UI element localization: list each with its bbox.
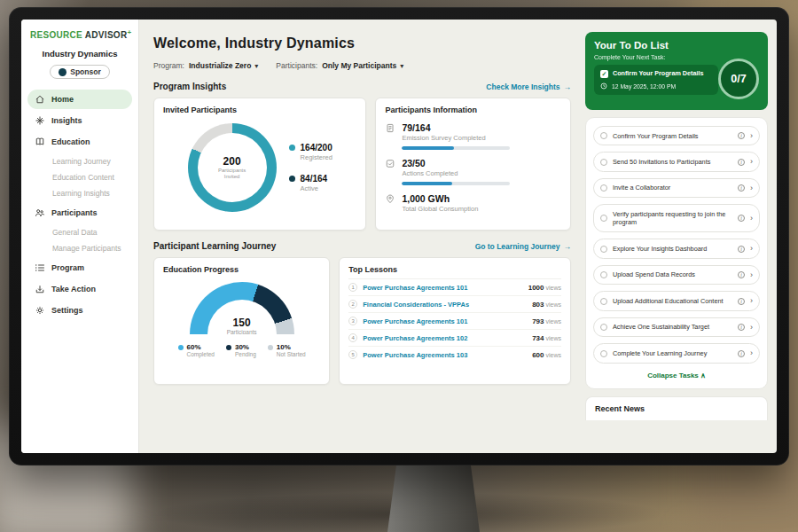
sponsor-badge[interactable]: Sponsor bbox=[50, 65, 109, 79]
consumption-value: 1,000 GWh bbox=[402, 193, 478, 204]
task-row-upload-spend-data[interactable]: Upload Spend Data Records i › bbox=[593, 265, 760, 285]
task-list-card: Confirm Your Program Details i › Send 50… bbox=[585, 117, 768, 389]
lesson-row[interactable]: 3 Power Purchase Agreements 101 793views bbox=[348, 313, 561, 330]
insights-cards-row: Invited Participants 200 Participants In… bbox=[153, 98, 571, 231]
active-dot-icon bbox=[289, 176, 295, 182]
sidebar-item-learning-insights[interactable]: Learning Insights bbox=[27, 185, 132, 201]
info-icon: i bbox=[738, 324, 745, 331]
task-radio[interactable] bbox=[600, 271, 607, 278]
location-pin-icon bbox=[385, 193, 395, 205]
sidebar-item-general-data[interactable]: General Data bbox=[27, 224, 132, 240]
sidebar-item-label: Insights bbox=[51, 116, 82, 125]
lesson-link[interactable]: Power Purchase Agreements 101 bbox=[363, 317, 527, 325]
task-label: Upload Spend Data Records bbox=[613, 270, 732, 278]
lesson-row[interactable]: 5 Power Purchase Agreements 103 600views bbox=[348, 347, 561, 363]
go-to-learning-journey-link[interactable]: Go to Learning Journey → bbox=[475, 242, 571, 251]
clipboard-icon bbox=[385, 122, 395, 134]
invited-donut-center: 200 Participants Invited bbox=[198, 133, 267, 202]
consumption-label: Total Global Consumption bbox=[402, 205, 478, 213]
info-icon: i bbox=[738, 350, 745, 357]
task-row-explore-insights[interactable]: Explore Your Insights Dashboard i › bbox=[593, 239, 760, 258]
task-radio[interactable] bbox=[600, 350, 607, 357]
checkbox-checked-icon[interactable]: ✓ bbox=[600, 70, 608, 78]
task-row-invite-collaborator[interactable]: Invite a Collaborator i › bbox=[593, 178, 760, 198]
task-row-send-invitations[interactable]: Send 50 Invitations to Participants i › bbox=[593, 152, 760, 171]
learning-journey-title: Participant Learning Journey bbox=[153, 241, 276, 251]
sidebar-item-education-content[interactable]: Education Content bbox=[27, 169, 132, 185]
lesson-row[interactable]: 4 Power Purchase Agreements 102 734views bbox=[348, 330, 561, 347]
sidebar-item-take-action[interactable]: Take Action bbox=[27, 279, 132, 299]
task-row-complete-learning-journey[interactable]: Complete Your Learning Journey i › bbox=[593, 343, 760, 363]
lesson-views-count: 1000 bbox=[528, 284, 544, 292]
actions-completed-label: Actions Completed bbox=[402, 169, 510, 177]
sidebar-item-learning-journey[interactable]: Learning Journey bbox=[27, 153, 132, 169]
sidebar-item-manage-participants[interactable]: Manage Participants bbox=[27, 240, 132, 256]
lesson-rank: 5 bbox=[348, 350, 357, 359]
check-more-insights-link[interactable]: Check More Insights → bbox=[486, 82, 571, 91]
participants-filter-dropdown[interactable]: Participants: Only My Participants ▾ bbox=[276, 61, 403, 70]
task-radio[interactable] bbox=[600, 298, 607, 305]
logo-plus: + bbox=[127, 28, 131, 36]
sidebar-item-program[interactable]: Program bbox=[27, 258, 132, 278]
registered-dot-icon bbox=[289, 145, 295, 151]
info-icon: i bbox=[738, 184, 745, 192]
task-radio[interactable] bbox=[600, 159, 607, 166]
logo-advisor: ADVISOR bbox=[85, 30, 128, 40]
chevron-down-icon: ▾ bbox=[254, 62, 258, 70]
completed-dot-icon bbox=[178, 345, 184, 350]
sidebar: RESOURCE ADVISOR+ Industry Dynamics Spon… bbox=[21, 20, 139, 453]
task-radio[interactable] bbox=[600, 132, 607, 139]
task-radio[interactable] bbox=[600, 215, 607, 222]
top-lessons-title: Top Lessons bbox=[348, 265, 561, 279]
lesson-views-label: views bbox=[545, 301, 561, 308]
task-label: Complete Your Learning Journey bbox=[613, 349, 732, 357]
collapse-tasks-button[interactable]: Collapse Tasks ∧ bbox=[593, 370, 760, 386]
program-insights-header: Program Insights Check More Insights → bbox=[153, 82, 571, 91]
task-row-upload-educational-content[interactable]: Upload Additional Educational Content i … bbox=[593, 291, 760, 310]
sidebar-item-insights[interactable]: Insights bbox=[27, 111, 132, 130]
lesson-row[interactable]: 1 Power Purchase Agreements 101 1000view… bbox=[348, 279, 561, 296]
lesson-link[interactable]: Power Purchase Agreements 102 bbox=[363, 334, 527, 342]
completed-label: Completed bbox=[187, 351, 215, 357]
task-radio[interactable] bbox=[600, 246, 607, 253]
task-radio[interactable] bbox=[600, 184, 607, 192]
insights-icon bbox=[35, 115, 45, 126]
lesson-views-label: views bbox=[545, 352, 561, 358]
participants-filter-label: Participants: bbox=[276, 61, 317, 70]
next-task-card[interactable]: ✓ Confirm Your Program Details 12 May 20… bbox=[594, 65, 718, 95]
sidebar-item-home[interactable]: Home bbox=[27, 90, 132, 109]
education-participants-label: Participants bbox=[190, 329, 294, 334]
sidebar-item-education[interactable]: Education bbox=[27, 132, 132, 152]
filters-row: Program: Industrialize Zero ▾ Participan… bbox=[153, 61, 571, 70]
sidebar-item-label: Program bbox=[51, 263, 84, 272]
sponsor-icon bbox=[59, 68, 66, 76]
organization-name: Industry Dynamics bbox=[27, 49, 132, 59]
chevron-up-icon: ∧ bbox=[700, 372, 706, 379]
participants-filter-value: Only My Participants bbox=[322, 61, 396, 70]
task-row-achieve-target[interactable]: Achieve One Sustainability Target i › bbox=[593, 317, 760, 337]
lesson-link[interactable]: Power Purchase Agreements 101 bbox=[363, 284, 522, 292]
lesson-row[interactable]: 2 Financial Considerations - VPPAs 803vi… bbox=[348, 296, 561, 313]
education-gauge-center: 150 Participants bbox=[190, 317, 294, 334]
lesson-views-count: 793 bbox=[532, 317, 544, 325]
sponsor-badge-label: Sponsor bbox=[70, 67, 100, 76]
completed-pct: 60% bbox=[187, 343, 215, 351]
dashboard-screen: RESOURCE ADVISOR+ Industry Dynamics Spon… bbox=[21, 20, 777, 453]
task-row-verify-participants[interactable]: Verify participants requesting to join t… bbox=[593, 204, 760, 232]
program-filter-dropdown[interactable]: Program: Industrialize Zero ▾ bbox=[153, 61, 258, 70]
sidebar-item-participants[interactable]: Participants bbox=[27, 203, 132, 223]
task-label: Confirm Your Program Details bbox=[613, 132, 732, 140]
take-action-icon bbox=[35, 284, 45, 294]
education-book-icon bbox=[35, 137, 45, 147]
lesson-link[interactable]: Financial Considerations - VPPAs bbox=[363, 301, 527, 309]
chevron-right-icon: › bbox=[750, 158, 753, 166]
sidebar-item-label: Settings bbox=[51, 306, 83, 315]
participants-information-card: Participants Information 79/164 Emission… bbox=[375, 98, 571, 231]
lesson-link[interactable]: Power Purchase Agreements 103 bbox=[363, 351, 527, 359]
task-label: Verify participants requesting to join t… bbox=[613, 210, 732, 227]
task-row-confirm-program[interactable]: Confirm Your Program Details i › bbox=[593, 126, 760, 145]
go-to-learning-journey-label: Go to Learning Journey bbox=[475, 242, 560, 251]
task-radio[interactable] bbox=[600, 324, 607, 331]
sidebar-item-settings[interactable]: Settings bbox=[27, 301, 132, 320]
lesson-rank: 3 bbox=[348, 317, 357, 325]
